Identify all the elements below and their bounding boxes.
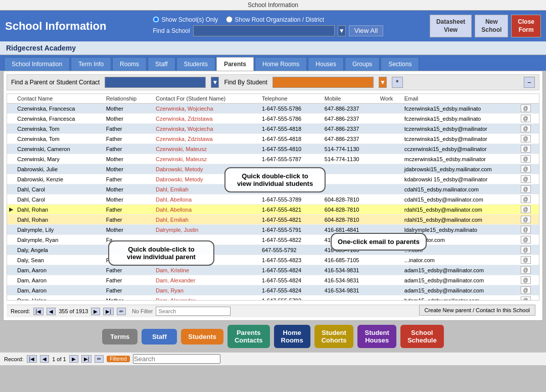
asterisk-button[interactable]: * xyxy=(392,77,403,88)
email-button-cell[interactable]: @ xyxy=(519,154,539,164)
tab-school-information[interactable]: School Information xyxy=(4,57,70,71)
bottom-last-record-button[interactable]: ▶| xyxy=(81,355,92,363)
bottom-nav-students[interactable]: Students xyxy=(181,329,223,345)
tab-term-info[interactable]: Term Info xyxy=(71,57,111,71)
radio-schools-only[interactable]: Show School(s) Only xyxy=(153,16,218,23)
email-button[interactable]: @ xyxy=(521,276,531,284)
email-button[interactable]: @ xyxy=(521,105,531,112)
table-row[interactable]: Daly, SeanFa...1-647-555-4823416-685-710… xyxy=(7,255,539,265)
bottom-first-record-button[interactable]: |◀ xyxy=(27,355,37,363)
email-button[interactable]: @ xyxy=(521,216,531,223)
tab-parents[interactable]: Parents xyxy=(216,57,254,71)
email-button-cell[interactable]: @ xyxy=(519,285,539,296)
email-button[interactable]: @ xyxy=(521,125,531,132)
create-new-parent-button[interactable]: Create New parent / Contact In this Scho… xyxy=(419,305,536,316)
email-button-cell[interactable]: @ xyxy=(519,245,539,255)
email-button-cell[interactable]: @ xyxy=(519,114,539,124)
find-by-student-input[interactable] xyxy=(272,77,374,88)
email-button[interactable]: @ xyxy=(521,246,531,254)
table-row[interactable]: ▶Dahl, RohanFatherDahl, Abellona1-647-55… xyxy=(7,205,539,215)
table-row[interactable]: Dahl, CarolMotherDahl, Abellona1-647-555… xyxy=(7,194,539,205)
table-row[interactable]: Dam, AaronFatherDam, Ryan1-647-555-48244… xyxy=(7,285,539,296)
first-record-button[interactable]: |◀ xyxy=(33,308,44,315)
datasheet-view-button[interactable]: DatasheetView xyxy=(430,15,472,37)
close-form-button[interactable]: CloseForm xyxy=(511,15,541,37)
bottom-nav-parents-contacts[interactable]: ParentsContacts xyxy=(228,325,270,348)
next-record-button[interactable]: ▶ xyxy=(91,308,100,315)
email-button-cell[interactable]: @ xyxy=(519,104,539,114)
email-button[interactable]: @ xyxy=(521,155,531,163)
email-button[interactable]: @ xyxy=(521,185,531,193)
find-school-input[interactable] xyxy=(193,25,335,36)
email-button-cell[interactable]: @ xyxy=(519,265,539,275)
email-button-cell[interactable]: @ xyxy=(519,215,539,225)
bottom-next-record-button[interactable]: ▶ xyxy=(69,355,78,363)
tab-sections[interactable]: Sections xyxy=(381,57,419,71)
email-button-cell[interactable]: @ xyxy=(519,296,539,301)
bottom-nav-staff[interactable]: Staff xyxy=(142,329,177,345)
table-row[interactable]: Dalrymple, RyanFa...1-647-555-4822416-68… xyxy=(7,235,539,245)
email-button-cell[interactable]: @ xyxy=(519,205,539,215)
tab-home-rooms[interactable]: Home Rooms xyxy=(255,57,307,71)
bottom-nav-terms[interactable]: Terms xyxy=(102,329,138,345)
email-button-cell[interactable]: @ xyxy=(519,225,539,235)
table-row[interactable]: Czerwinska, TomFatherCzerwinska, Zdzista… xyxy=(7,134,539,144)
table-row[interactable]: Dahl, CarolMotherDahl, Emiliahcdahl15_ed… xyxy=(7,184,539,194)
table-row[interactable]: Dam, AaronFatherDam, Kristine1-647-555-4… xyxy=(7,265,539,275)
email-button[interactable]: @ xyxy=(521,195,531,203)
tab-staff[interactable]: Staff xyxy=(148,57,175,71)
tab-houses[interactable]: Houses xyxy=(308,57,344,71)
email-button[interactable]: @ xyxy=(521,175,531,183)
bottom-new-record-button[interactable]: ✏ xyxy=(95,355,104,363)
bottom-nav-student-cohorts[interactable]: StudentCohorts xyxy=(314,325,354,348)
table-row[interactable]: Dabrowski, KenzieFatherDabrowski, Metody… xyxy=(7,174,539,184)
email-button-cell[interactable]: @ xyxy=(519,124,539,134)
email-button[interactable]: @ xyxy=(521,226,531,233)
bottom-nav-student-houses[interactable]: StudentHouses xyxy=(357,325,396,348)
bottom-prev-record-button[interactable]: ◀ xyxy=(40,355,49,363)
email-button-cell[interactable]: @ xyxy=(519,275,539,285)
email-button-cell[interactable]: @ xyxy=(519,164,539,174)
table-row[interactable]: Czerwinska, FrancescaMotherCzerwinska, W… xyxy=(7,104,539,114)
email-button-cell[interactable]: @ xyxy=(519,134,539,144)
table-row[interactable]: Dahl, RohanFatherDahl, Emiliah1-647-555-… xyxy=(7,215,539,225)
table-row[interactable]: Dalrymple, LilyMotherDalrymple, Justin1-… xyxy=(7,225,539,235)
tab-groups[interactable]: Groups xyxy=(345,57,380,71)
table-row[interactable]: Czerwinski, MaryMotherCzerwinski, Mateus… xyxy=(7,154,539,164)
table-row[interactable]: Daly, Angela647-555-5792416-685-7105...r… xyxy=(7,245,539,255)
table-row[interactable]: Dam, HelenMotherDam, Alexander1-647-555-… xyxy=(7,296,539,301)
email-button-cell[interactable]: @ xyxy=(519,235,539,245)
find-school-dropdown-icon[interactable]: ▼ xyxy=(338,25,346,36)
email-button-cell[interactable]: @ xyxy=(519,255,539,265)
table-row[interactable]: Czerwinski, CameronFatherCzerwinski, Mat… xyxy=(7,144,539,154)
table-row[interactable]: Czerwinska, FrancescaMotherCzerwinska, Z… xyxy=(7,114,539,124)
last-record-button[interactable]: ▶| xyxy=(103,308,114,315)
table-row[interactable]: Czerwinska, TomFatherCzerwinska, Wojciec… xyxy=(7,124,539,134)
email-button[interactable]: @ xyxy=(521,115,531,122)
email-button[interactable]: @ xyxy=(521,165,531,173)
find-by-student-dropdown-icon[interactable]: ▼ xyxy=(379,77,387,88)
new-school-button[interactable]: NewSchool xyxy=(475,15,508,37)
email-button-cell[interactable]: @ xyxy=(519,194,539,205)
prev-record-button[interactable]: ◀ xyxy=(47,308,56,315)
bottom-nav-home-rooms[interactable]: HomeRooms xyxy=(274,325,310,348)
email-button-cell[interactable]: @ xyxy=(519,174,539,184)
email-button[interactable]: @ xyxy=(521,286,531,294)
bottom-search-input[interactable] xyxy=(133,354,220,364)
email-button-cell[interactable]: @ xyxy=(519,144,539,154)
email-button[interactable]: @ xyxy=(521,135,531,142)
radio-root-org[interactable]: Show Root Organization / District xyxy=(226,16,324,23)
new-record-button[interactable]: ✏ xyxy=(117,308,126,315)
email-button-cell[interactable]: @ xyxy=(519,184,539,194)
tab-students[interactable]: Students xyxy=(176,57,215,71)
email-button[interactable]: @ xyxy=(521,206,531,213)
email-button[interactable]: @ xyxy=(521,256,531,264)
bottom-nav-school-schedule[interactable]: SchoolSchedule xyxy=(400,325,444,348)
email-button[interactable]: @ xyxy=(521,145,531,153)
search-input[interactable] xyxy=(156,307,231,316)
collapse-button[interactable]: − xyxy=(524,77,535,88)
find-parent-dropdown-icon[interactable]: ▼ xyxy=(211,77,219,88)
find-parent-input[interactable] xyxy=(105,77,206,88)
email-button[interactable]: @ xyxy=(521,266,531,274)
email-button[interactable]: @ xyxy=(521,236,531,243)
